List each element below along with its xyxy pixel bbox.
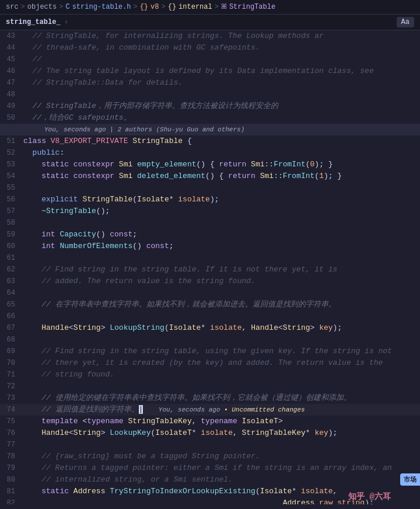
code-line-50: 50 //，结合GC safepoints。 — [0, 112, 420, 124]
aa-button[interactable]: Aa — [397, 17, 414, 27]
line-content-55 — [21, 182, 420, 194]
line-content-58 — [21, 217, 420, 229]
code-line-74: 74 // 返回值是找到的字符串。| You, seconds ago • Un… — [0, 404, 420, 416]
tooltip-message: You, seconds ago | 2 authors (Shu-yu Guo… — [42, 124, 420, 135]
code-line-79: 79 // Returns a tagged pointer: either a… — [0, 462, 420, 474]
line-content-81: static Address TryStringToIndexOrLookupE… — [21, 486, 420, 497]
line-content-68 — [21, 334, 420, 346]
code-line-52: 52 public: — [0, 147, 420, 159]
code-line-60: 60 int NumberOfElements() const; — [0, 240, 420, 252]
line-num-69: 69 — [0, 346, 21, 357]
code-line-61: 61 — [0, 252, 420, 264]
line-num-46: 46 — [0, 65, 21, 77]
code-line-53: 53 static constexpr Smi empty_element() … — [0, 159, 420, 170]
line-num-81: 81 — [0, 486, 21, 497]
code-line-63: 63 // added. The return value is the str… — [0, 276, 420, 287]
code-line-66: 66 — [0, 311, 420, 322]
line-num-70: 70 — [0, 357, 21, 369]
breadcrumb-bar: src > objects > C string-table.h > {} v8… — [0, 0, 420, 15]
line-content-71: // string found. — [21, 369, 420, 381]
breadcrumb-ns-icon: {} — [140, 3, 148, 11]
line-content-72 — [21, 381, 420, 392]
code-line-76: 76 Handle<String> LookupKey(IsolateT* is… — [0, 427, 420, 439]
line-num-50: 50 — [0, 112, 21, 124]
line-content-50: //，结合GC safepoints。 — [21, 112, 420, 124]
code-line-69: 69 // Find string in the string table, u… — [0, 346, 420, 357]
code-line-45: 45 // — [0, 54, 420, 65]
code-line-77: 77 — [0, 439, 420, 451]
line-content-64 — [21, 287, 420, 299]
breadcrumb-filename[interactable]: string-table.h — [72, 3, 131, 11]
breadcrumb-ns-internal[interactable]: internal — [178, 3, 212, 11]
info-bar: string_table_ › Aa — [0, 15, 420, 30]
line-content-51: class V8_EXPORT_PRIVATE StringTable { — [21, 135, 420, 147]
line-num-74: 74 — [0, 404, 21, 416]
code-line-70: 70 // there yet, it is created (by the k… — [0, 357, 420, 369]
line-content-48 — [21, 89, 420, 100]
line-num-43: 43 — [0, 30, 21, 42]
info-arrow: › — [64, 18, 68, 26]
line-num-56: 56 — [0, 194, 21, 205]
code-line-58: 58 — [0, 217, 420, 229]
line-content-62: // Find string in the string table. If i… — [21, 264, 420, 276]
code-line-tooltip: You, seconds ago | 2 authors (Shu-yu Guo… — [0, 124, 420, 135]
line-num-77: 77 — [0, 439, 21, 451]
line-num-47: 47 — [0, 77, 21, 89]
line-content-45: // — [21, 54, 420, 65]
line-num-45: 45 — [0, 54, 21, 65]
code-line-81: 81 static Address TryStringToIndexOrLook… — [0, 486, 420, 497]
code-area: 43 // StringTable, for internalizing str… — [0, 30, 420, 504]
code-line-71: 71 // string found. — [0, 369, 420, 381]
market-badge: 市场 — [400, 473, 420, 486]
breadcrumb-ns-v8[interactable]: v8 — [150, 3, 159, 11]
line-num-63: 63 — [0, 276, 21, 287]
line-content-73: // 使用给定的键在字符串表中查找字符串。如果找不到，它就会被（通过键）创建和添… — [21, 392, 420, 404]
line-content-78: // {raw_string} must be a tagged String … — [21, 451, 420, 462]
code-line-49: 49 // StringTable，用于内部存储字符串。查找方法被设计为线程安全… — [0, 100, 420, 112]
line-content-47: // StringTable::Data for details. — [21, 77, 420, 89]
line-num-57: 57 — [0, 205, 21, 217]
code-line-55: 55 — [0, 182, 420, 194]
code-line-75: 75 template <typename StringTableKey, ty… — [0, 416, 420, 427]
line-num-60: 60 — [0, 240, 21, 252]
line-content-46: // The string table layout is defined by… — [21, 65, 420, 77]
line-num-80: 80 — [0, 474, 21, 486]
breadcrumb-objects[interactable]: objects — [27, 3, 57, 11]
line-content-77 — [21, 439, 420, 451]
line-content-61 — [21, 252, 420, 264]
breadcrumb-class-icon: ꕤ — [221, 3, 227, 11]
line-num-75: 75 — [0, 416, 21, 427]
code-line-80: 80 // internalized string, or a Smi sent… — [0, 474, 420, 486]
breadcrumb-class-name[interactable]: StringTable — [229, 3, 275, 11]
line-num-54: 54 — [0, 170, 21, 182]
line-num-72: 72 — [0, 381, 21, 392]
breadcrumb-src[interactable]: src — [6, 3, 19, 11]
code-line-54: 54 static constexpr Smi deleted_element(… — [0, 170, 420, 182]
line-num-73: 73 — [0, 392, 21, 404]
line-content-43: // StringTable, for internalizing string… — [21, 30, 420, 42]
line-content-75: template <typename StringTableKey, typen… — [21, 416, 420, 427]
code-line-44: 44 // thread-safe, in combination with G… — [0, 42, 420, 54]
line-content-60: int NumberOfElements() const; — [21, 240, 420, 252]
code-line-47: 47 // StringTable::Data for details. — [0, 77, 420, 89]
code-line-59: 59 int Capacity() const; — [0, 229, 420, 240]
breadcrumb-ns-icon2: {} — [168, 3, 176, 11]
line-num-82: 82 — [0, 497, 21, 504]
line-content-74: // 返回值是找到的字符串。| You, seconds ago • Uncom… — [21, 404, 420, 416]
line-num-53: 53 — [0, 159, 21, 170]
line-num-58: 58 — [0, 217, 21, 229]
line-num-59: 59 — [0, 229, 21, 240]
line-content-70: // there yet, it is created (by the key)… — [21, 357, 420, 369]
line-content-80: // internalized string, or a Smi sentine… — [21, 474, 420, 486]
line-content-69: // Find string in the string table, usin… — [21, 346, 420, 357]
line-content-66 — [21, 311, 420, 322]
line-num-tooltip — [21, 124, 42, 135]
line-num-64: 64 — [0, 287, 21, 299]
code-line-43: 43 // StringTable, for internalizing str… — [0, 30, 420, 42]
code-line-68: 68 — [0, 334, 420, 346]
line-content-76: Handle<String> LookupKey(IsolateT* isola… — [21, 427, 420, 439]
line-num-71: 71 — [0, 369, 21, 381]
code-line-67: 67 Handle<String> LookupString(Isolate* … — [0, 322, 420, 334]
code-line-51: 51 class V8_EXPORT_PRIVATE StringTable { — [0, 135, 420, 147]
code-line-73: 73 // 使用给定的键在字符串表中查找字符串。如果找不到，它就会被（通过键）创… — [0, 392, 420, 404]
